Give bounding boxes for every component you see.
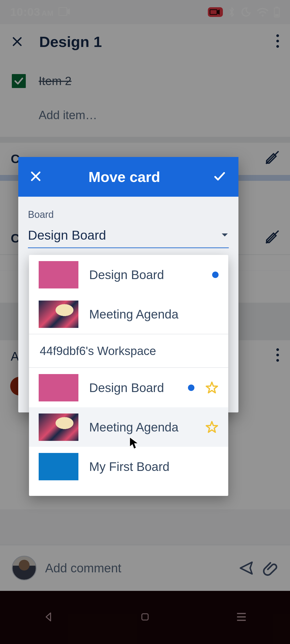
board-thumbnail: [39, 414, 78, 441]
board-option-label: My First Board: [89, 459, 219, 474]
current-indicator-icon: [188, 385, 194, 391]
field-label-board: Board: [28, 209, 229, 220]
board-option[interactable]: My First Board: [29, 447, 228, 486]
star-icon[interactable]: [205, 381, 219, 394]
board-select[interactable]: Design Board: [28, 228, 229, 248]
board-option-peek: [29, 486, 228, 496]
board-option[interactable]: Design Board: [29, 255, 228, 294]
board-thumbnail: [39, 374, 78, 401]
close-icon[interactable]: [29, 170, 42, 184]
modal-header: Move card: [18, 157, 238, 197]
workspace-header: 44f9dbf6's Workspace: [29, 334, 228, 367]
board-option-label: Design Board: [89, 380, 177, 395]
star-icon[interactable]: [205, 420, 219, 434]
confirm-icon[interactable]: [212, 170, 228, 184]
board-thumbnail: [39, 453, 78, 480]
modal-title: Move card: [42, 169, 212, 185]
board-option-label: Design Board: [89, 268, 201, 282]
chevron-down-icon: [221, 232, 229, 239]
board-select-value: Design Board: [28, 228, 106, 243]
board-option[interactable]: Meeting Agenda: [29, 294, 228, 334]
board-thumbnail: [39, 261, 78, 288]
board-option[interactable]: Design Board: [29, 368, 228, 407]
board-option-label: Meeting Agenda: [89, 307, 219, 321]
board-thumbnail: [39, 301, 78, 328]
current-indicator-icon: [212, 272, 219, 278]
board-dropdown: Design Board Meeting Agenda 44f9dbf6's W…: [29, 255, 228, 496]
board-option[interactable]: Meeting Agenda: [29, 407, 228, 447]
board-option-label: Meeting Agenda: [89, 420, 194, 434]
